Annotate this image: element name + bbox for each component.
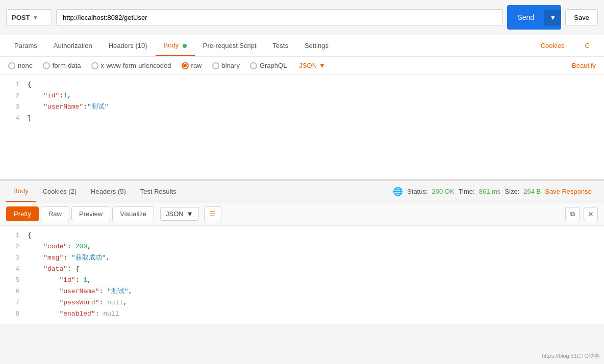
request-line-2: 2 "id":1,	[0, 90, 604, 101]
request-tabs: Params Authorization Headers (10) Body P…	[0, 35, 604, 57]
method-chevron-icon: ▼	[33, 15, 38, 20]
body-dot-indicator	[183, 44, 187, 48]
wrap-icon: ☰	[210, 210, 216, 218]
tab-headers[interactable]: Headers (10)	[100, 36, 156, 56]
response-line-3: 3 "msg": "获取成功",	[0, 252, 604, 264]
size-label: Size:	[505, 188, 519, 195]
response-status-bar: 🌐 Status: 200 OK Time: 861 ms Size: 264 …	[393, 187, 598, 196]
request-line-3: 3 "userName":"测试"	[0, 101, 604, 113]
request-code-editor[interactable]: 1 { 2 "id":1, 3 "userName":"测试" 4 }	[0, 75, 604, 179]
radio-raw-circle	[182, 62, 189, 69]
response-tab-cookies[interactable]: Cookies (2)	[36, 181, 84, 201]
request-line-1: 1 {	[0, 79, 604, 90]
format-dropdown[interactable]: JSON ▼	[299, 62, 325, 69]
time-value: 861 ms	[479, 188, 501, 195]
send-button-group: Send ▼	[507, 5, 561, 30]
response-format-chevron-icon: ▼	[187, 210, 193, 218]
response-tab-headers[interactable]: Headers (5)	[84, 181, 133, 201]
radio-none[interactable]: none	[8, 62, 33, 69]
response-action-icons: ⧉ ✕	[565, 207, 598, 221]
watermark: https://blog.51CTO博客	[542, 352, 600, 360]
response-code-editor: 1 { 2 "code": 200, 3 "msg": "获取成功", 4 "d…	[0, 226, 604, 324]
radio-form-data-circle	[43, 62, 50, 69]
response-line-2: 2 "code": 200,	[0, 241, 604, 252]
tab-right-area: Cookies C	[533, 36, 598, 56]
status-value: 200 OK	[432, 188, 455, 195]
view-pretty-button[interactable]: Pretty	[6, 206, 39, 221]
clear-icon[interactable]: ✕	[584, 207, 598, 221]
radio-graphql-circle	[250, 62, 257, 69]
view-raw-button[interactable]: Raw	[41, 206, 69, 221]
response-tabs: Body Cookies (2) Headers (5) Test Result…	[0, 179, 604, 202]
tab-c[interactable]: C	[577, 36, 598, 56]
radio-urlencoded-circle	[91, 62, 98, 69]
body-type-row: none form-data x-www-form-urlencoded raw…	[0, 57, 604, 75]
response-line-1: 1 {	[0, 230, 604, 241]
radio-graphql[interactable]: GraphQL	[250, 62, 287, 69]
url-input[interactable]	[56, 9, 503, 26]
tab-params[interactable]: Params	[6, 36, 45, 56]
editor-padding	[0, 124, 604, 175]
response-line-4: 4 "data": {	[0, 264, 604, 275]
radio-raw[interactable]: raw	[182, 62, 202, 69]
response-format-label: JSON	[166, 210, 184, 218]
response-view-row: Pretty Raw Preview Visualize JSON ▼ ☰ ⧉ …	[0, 202, 604, 226]
wrap-button[interactable]: ☰	[204, 206, 221, 221]
response-line-8: 8 "enabled": null	[0, 308, 604, 320]
url-bar: POST ▼ Send ▼ Save	[0, 0, 604, 35]
request-line-4: 4 }	[0, 113, 604, 124]
tab-pre-request[interactable]: Pre-request Script	[195, 36, 265, 56]
copy-icon[interactable]: ⧉	[565, 207, 580, 221]
radio-binary-circle	[212, 62, 219, 69]
time-label: Time:	[459, 188, 475, 195]
response-line-6: 6 "userName": "测试",	[0, 286, 604, 297]
method-select[interactable]: POST ▼	[6, 9, 52, 26]
globe-icon[interactable]: 🌐	[393, 187, 403, 196]
response-line-7: 7 "passWord": null,	[0, 297, 604, 308]
tab-body[interactable]: Body	[156, 35, 195, 56]
save-button[interactable]: Save	[565, 9, 598, 26]
save-response-button[interactable]: Save Response	[545, 188, 592, 195]
response-tab-body[interactable]: Body	[6, 181, 36, 202]
radio-urlencoded[interactable]: x-www-form-urlencoded	[91, 62, 171, 69]
format-chevron-icon: ▼	[319, 62, 325, 69]
tab-settings[interactable]: Settings	[296, 36, 337, 56]
view-visualize-button[interactable]: Visualize	[112, 206, 154, 221]
tab-tests[interactable]: Tests	[265, 36, 296, 56]
response-tab-test-results[interactable]: Test Results	[133, 181, 184, 201]
send-button[interactable]: Send	[507, 9, 544, 25]
size-value: 264 B	[523, 188, 541, 195]
method-label: POST	[12, 14, 30, 21]
send-dropdown-button[interactable]: ▼	[544, 10, 561, 25]
response-line-5: 5 "id": 1,	[0, 275, 604, 286]
status-label: Status:	[407, 188, 427, 195]
tab-cookies[interactable]: Cookies	[533, 36, 573, 56]
beautify-button[interactable]: Beautify	[572, 62, 596, 69]
radio-form-data[interactable]: form-data	[43, 62, 81, 69]
tab-authorization[interactable]: Authorization	[45, 36, 100, 56]
radio-none-circle	[8, 62, 15, 69]
response-format-select[interactable]: JSON ▼	[160, 207, 199, 221]
radio-binary[interactable]: binary	[212, 62, 240, 69]
view-preview-button[interactable]: Preview	[71, 206, 110, 221]
